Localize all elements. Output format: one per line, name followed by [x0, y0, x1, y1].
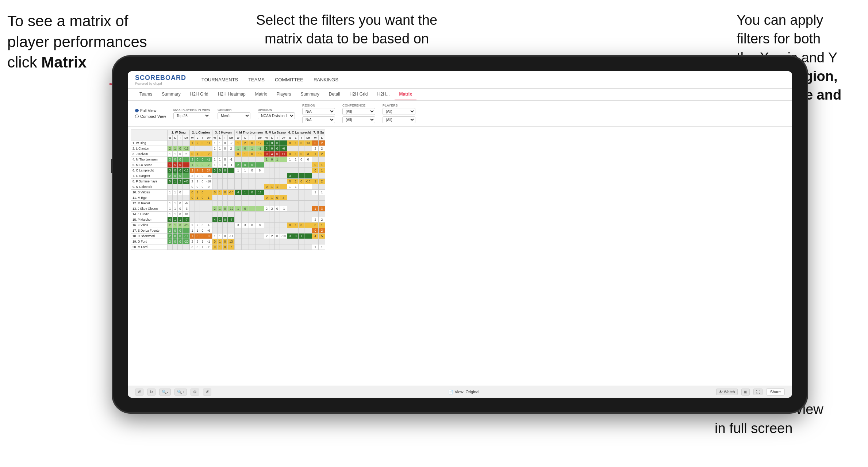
tab-teams[interactable]: Teams — [135, 89, 157, 100]
layout-btn[interactable]: ⊞ — [741, 389, 750, 395]
row-player-name: 12. M Riedel — [131, 201, 168, 206]
col-header-1: 1. W Ding — [168, 130, 190, 135]
sub-l-4: L — [242, 135, 249, 140]
cell-dif: -11 — [205, 244, 212, 250]
cell-t: 0 — [222, 157, 227, 162]
cell-l: 2 — [269, 206, 274, 212]
zoom-out-btn[interactable]: 🔍- — [159, 389, 171, 395]
cell-w: 3 — [190, 244, 195, 250]
max-players-select[interactable]: Top 25 — [173, 112, 210, 119]
tab-h2h-heatmap[interactable]: H2H Heatmap — [214, 89, 250, 100]
tab-players[interactable]: Players — [272, 89, 295, 100]
cell-w — [264, 179, 269, 184]
cell-dif — [256, 195, 264, 201]
cell-l: 2 — [269, 234, 274, 239]
nav-teams[interactable]: TEAMS — [247, 76, 265, 84]
radio-compact-view[interactable]: Compact View — [135, 114, 166, 119]
cell-l — [269, 162, 274, 168]
cell-l — [293, 239, 299, 244]
redo-btn[interactable]: ↻ — [147, 389, 155, 395]
table-row: 6. C Lamprecht300-1124124300110601 — [131, 168, 325, 173]
cell-l: 1 — [293, 184, 299, 190]
tab-detail[interactable]: Detail — [324, 89, 345, 100]
cell-l: 0 — [173, 168, 178, 173]
cell-l — [319, 212, 325, 217]
conference-select-2[interactable]: (All) — [342, 116, 375, 123]
tab-h2h-grid[interactable]: H2H Grid — [186, 89, 213, 100]
cell-w: 1 — [312, 206, 319, 212]
tab-matrix-active[interactable]: Matrix — [395, 89, 416, 100]
cell-w — [264, 173, 269, 179]
refresh-btn[interactable]: ↺ — [203, 389, 211, 395]
tab-summary2[interactable]: Summary — [296, 89, 323, 100]
radio-full-view[interactable]: Full View — [135, 108, 166, 113]
row-player-name: 9. N Gabrelcik — [131, 184, 168, 190]
region-select-2[interactable]: N/A — [302, 116, 335, 123]
cell-l — [242, 179, 249, 184]
row-player-name: 11. M Ege — [131, 195, 168, 201]
cell-t: 1 — [274, 184, 280, 190]
cell-l: 1 — [173, 206, 178, 212]
cell-w — [235, 239, 242, 244]
cell-w — [212, 223, 217, 228]
view-radio-group: Full View Compact View — [135, 108, 166, 119]
cell-l — [269, 173, 274, 179]
cell-w: 2 — [190, 239, 195, 244]
cell-l — [319, 201, 325, 206]
cell-w: 1 — [264, 157, 269, 162]
cell-l: 3 — [242, 223, 249, 228]
division-select[interactable]: NCAA Division I — [258, 112, 295, 119]
nav-committee[interactable]: COMMITTEE — [274, 76, 304, 84]
cell-w — [190, 212, 195, 217]
cell-l: 1 — [217, 190, 222, 195]
nav-tournaments[interactable]: TOURNAMENTS — [201, 76, 239, 84]
settings-btn[interactable]: ⚙ — [191, 389, 199, 395]
cell-l: 0 — [269, 146, 274, 151]
gender-select[interactable]: Men's — [218, 112, 250, 119]
logo-title: SCOREBOARD — [135, 74, 186, 82]
table-row: 15. P Maichon411-7410-722 — [131, 217, 325, 223]
cell-l: 0 — [242, 162, 249, 168]
table-row: 7. G Sargent200220-153 — [131, 173, 325, 179]
undo-btn[interactable]: ↺ — [135, 389, 143, 395]
cell-w: 1 — [190, 162, 195, 168]
tab-h2h-grid2[interactable]: H2H Grid — [345, 89, 372, 100]
cell-w — [235, 184, 242, 190]
cell-l — [217, 223, 222, 228]
cell-t — [299, 162, 304, 168]
cell-dif: 11 — [280, 151, 287, 157]
cell-t: 1 — [299, 234, 304, 239]
players-select-1[interactable]: (All) — [383, 108, 415, 115]
sub-t-5: T — [274, 135, 280, 140]
matrix-content[interactable]: 1. W Ding 2. L Clanton 3. J Koivun 4. M … — [128, 127, 792, 386]
conference-select-1[interactable]: (All) — [342, 108, 375, 115]
watch-btn[interactable]: 👁 Watch — [716, 389, 738, 395]
sub-w-4: W — [235, 135, 242, 140]
tab-h2h-more[interactable]: H2H... — [373, 89, 394, 100]
cell-l — [269, 190, 274, 195]
fullscreen-btn[interactable]: ⛶ — [753, 389, 763, 395]
cell-l: 0 — [242, 206, 249, 212]
cell-l: 0 — [269, 140, 274, 146]
cell-t — [200, 206, 205, 212]
nav-rankings[interactable]: RANKINGS — [313, 76, 339, 84]
cell-t — [178, 195, 183, 201]
cell-t — [249, 212, 256, 217]
cell-dif: -7 — [183, 217, 190, 223]
players-select-2[interactable]: (All) — [383, 116, 415, 123]
cell-dif: 0 — [205, 234, 212, 239]
players-label: Players — [383, 104, 415, 107]
zoom-in-btn[interactable]: 🔍+ — [174, 389, 187, 395]
cell-t: 0 — [178, 146, 183, 151]
tab-summary[interactable]: Summary — [157, 89, 185, 100]
sub-l-5: L — [269, 135, 274, 140]
cell-l: 1 — [217, 234, 222, 239]
share-btn[interactable]: Share — [766, 388, 785, 395]
tab-matrix[interactable]: Matrix — [251, 89, 272, 100]
cell-t — [299, 206, 304, 212]
region-select-1[interactable]: N/A — [302, 108, 335, 115]
cell-t — [249, 206, 256, 212]
cell-dif — [227, 179, 234, 184]
cell-t: 0 — [222, 206, 227, 212]
cell-w — [212, 195, 217, 201]
